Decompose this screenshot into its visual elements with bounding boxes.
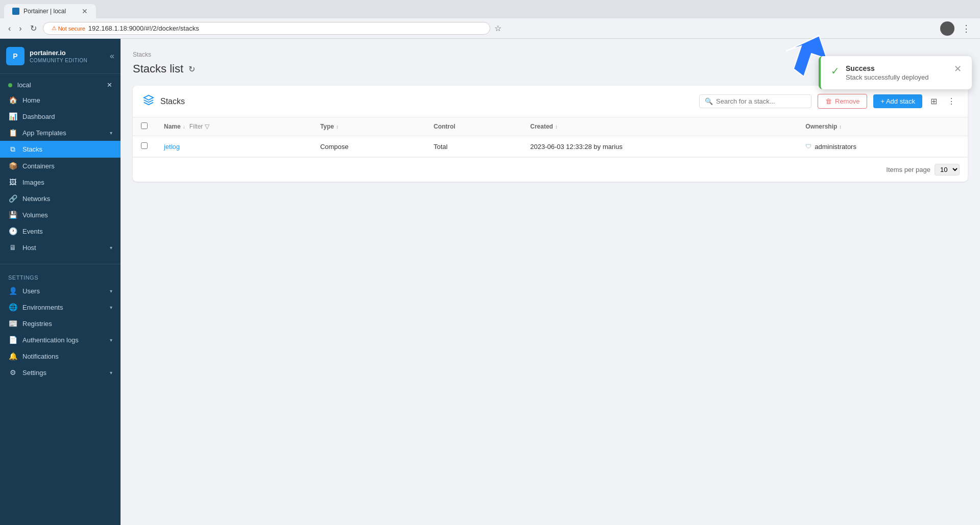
refresh-button[interactable]: ↻ [188,64,195,74]
sidebar-item-settings[interactable]: ⚙ Settings ▾ [0,364,121,381]
sidebar-item-dashboard[interactable]: 📊 Dashboard [0,108,121,124]
ownership-content: 🛡 administrators [805,143,960,151]
add-stack-button[interactable]: + Add stack [873,94,922,108]
search-box[interactable]: 🔍 [699,94,811,108]
select-all-checkbox[interactable] [141,122,148,129]
sidebar-collapse-button[interactable]: « [110,52,114,61]
arrow-annotation [776,31,817,71]
chevron-down-icon: ▾ [110,305,112,310]
logo-edition: Community Edition [30,58,87,63]
app-layout: P portainer.io Community Edition « local… [0,39,980,525]
remove-label: Remove [835,97,859,105]
notification-title: Success [846,64,948,72]
sidebar-header: P portainer.io Community Edition « [0,39,121,74]
users-icon: 👤 [8,287,17,295]
stack-type-cell: Compose [312,136,425,157]
sidebar-item-networks[interactable]: 🔗 Networks [0,190,121,207]
stack-name-cell: jetlog [156,136,312,157]
sidebar-item-users[interactable]: 👤 Users ▾ [0,283,121,299]
type-sort-icon: ↕ [336,124,339,130]
sidebar-item-label: Events [22,228,112,235]
portainer-logo: P [6,47,25,65]
sidebar-item-notifications[interactable]: 🔔 Notifications [0,348,121,364]
ownership-sort-icon: ↕ [839,124,842,130]
stack-name-link[interactable]: jetlog [164,143,180,151]
table-row: jetlog Compose Total 2023-06-03 12:33:28… [133,136,968,157]
reload-button[interactable]: ↻ [28,21,39,35]
remove-button[interactable]: 🗑 Remove [818,94,867,109]
back-button[interactable]: ‹ [6,22,13,35]
sidebar-item-registries[interactable]: 📰 Registries [0,315,121,332]
sidebar-item-home[interactable]: 🏠 Home [0,92,121,108]
items-per-page-select[interactable]: 10 25 50 [935,164,960,176]
address-bar: ‹ › ↻ ⚠ Not secure 192.168.1.18:9000/#!/… [0,18,980,39]
stack-ownership-cell: 🛡 administrators [797,136,968,157]
sidebar-item-auth-logs[interactable]: 📄 Authentication logs ▾ [0,332,121,348]
created-column-header[interactable]: Created ↕ [522,117,797,136]
sidebar-item-label: Dashboard [22,113,112,120]
stack-created-cell: 2023-06-03 12:33:28 by marius [522,136,797,157]
settings-icon: ⚙ [8,368,17,377]
address-input[interactable]: ⚠ Not secure 192.168.1.18:9000/#!/2/dock… [43,22,491,35]
sidebar-item-label: Environments [22,304,105,311]
sidebar-item-label: Registries [22,320,112,328]
sidebar: P portainer.io Community Edition « local… [0,39,121,525]
type-column-header[interactable]: Type ↕ [312,117,425,136]
sidebar-item-stacks[interactable]: ⧉ Stacks [0,141,121,158]
profile-icon[interactable] [940,21,954,36]
sidebar-item-containers[interactable]: 📦 Containers [0,158,121,174]
row-checkbox-cell[interactable] [133,136,156,157]
search-input[interactable] [716,97,806,105]
sidebar-item-label: Networks [22,195,112,203]
environment-name: local [17,81,31,89]
sidebar-item-environments[interactable]: 🌐 Environments ▾ [0,299,121,315]
browser-more-button[interactable]: ⋮ [959,22,974,35]
environment-close-button[interactable]: ✕ [107,81,112,89]
select-all-header[interactable] [133,117,156,136]
sidebar-item-volumes[interactable]: 💾 Volumes [0,207,121,223]
table-footer: Items per page 10 25 50 [133,157,968,182]
bookmark-button[interactable]: ☆ [494,23,501,33]
sidebar-item-label: Containers [22,162,112,170]
sidebar-item-label: Home [22,96,112,104]
networks-icon: 🔗 [8,194,17,203]
layout-toggle-button[interactable]: ⊞ [928,94,939,108]
stacks-table-container: Name ↓ Filter ▽ Type ↕ [133,117,968,157]
row-checkbox[interactable] [141,142,148,149]
images-icon: 🖼 [8,178,17,186]
logo-area: P portainer.io Community Edition [6,47,87,65]
filter-button[interactable]: Filter ▽ [189,123,209,130]
stacks-card-title: Stacks [160,97,693,106]
name-column-header[interactable]: Name ↓ Filter ▽ [156,117,312,136]
shield-icon: 🛡 [805,143,811,150]
stacks-table: Name ↓ Filter ▽ Type ↕ [133,117,968,157]
table-body: jetlog Compose Total 2023-06-03 12:33:28… [133,136,968,157]
add-stack-label: + Add stack [880,97,915,105]
notifications-icon: 🔔 [8,352,17,360]
ownership-column-header[interactable]: Ownership ↕ [797,117,968,136]
containers-icon: 📦 [8,162,17,170]
browser-tab[interactable]: Portainer | local ✕ [4,4,96,18]
search-icon: 🔍 [705,97,713,105]
notification-close-button[interactable]: ✕ [954,64,962,73]
tab-favicon [12,8,19,15]
chevron-down-icon: ▾ [110,130,112,136]
env-status-dot [8,83,12,87]
more-options-button[interactable]: ⋮ [945,94,958,108]
sidebar-item-host[interactable]: 🖥 Host ▾ [0,239,121,256]
stacks-card-header: Stacks 🔍 🗑 Remove + Add stack ⊞ ⋮ [133,86,968,117]
main-content: Stacks Stacks list ↻ Stacks 🔍 [121,39,980,525]
environment-header: local ✕ [0,78,121,92]
home-icon: 🏠 [8,96,17,104]
tab-title: Portainer | local [23,8,66,15]
sidebar-item-images[interactable]: 🖼 Images [0,174,121,190]
tab-close-button[interactable]: ✕ [82,7,88,15]
forward-button[interactable]: › [17,22,23,35]
sidebar-item-events[interactable]: 🕐 Events [0,223,121,239]
notification-content: Success Stack successfully deployed [846,64,948,81]
notification-message: Stack successfully deployed [846,73,948,81]
success-notification: ✓ Success Stack successfully deployed ✕ [819,56,972,89]
sidebar-item-app-templates[interactable]: 📋 App Templates ▾ [0,124,121,141]
page-title: Stacks list [133,62,183,76]
sidebar-item-label: Users [22,287,105,295]
